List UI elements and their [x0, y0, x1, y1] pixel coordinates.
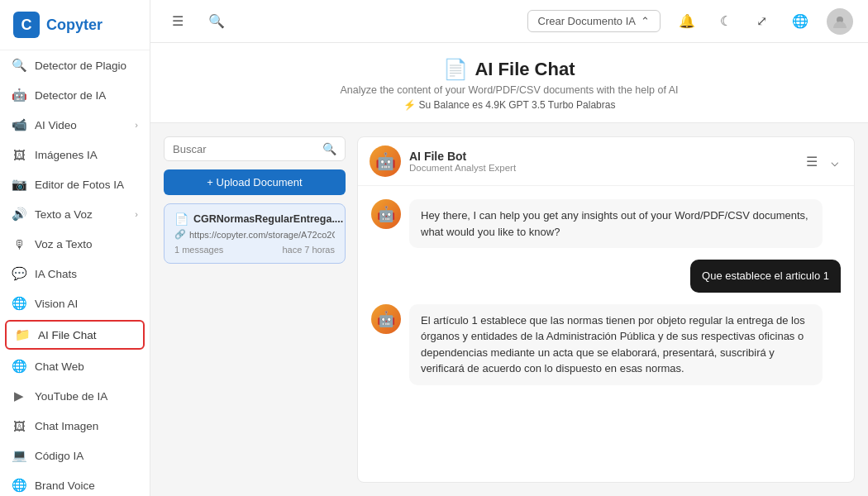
sidebar-icon-brand-voice: 🌐: [12, 478, 26, 493]
logo-area[interactable]: C Copyter: [0, 0, 150, 50]
sidebar-item-texto-a-voz[interactable]: 🔊 Texto a Voz ›: [0, 199, 150, 229]
sidebar-item-editor-fotos[interactable]: 📷 Editor de Fotos IA: [0, 169, 150, 199]
sidebar-label-vision-ai: Vision AI: [35, 298, 78, 310]
sidebar-label-ai-file-chat: AI File Chat: [38, 329, 97, 341]
sidebar-item-ia-chats[interactable]: 💬 IA Chats: [0, 259, 150, 289]
sidebar-item-chat-web[interactable]: 🌐 Chat Web: [0, 351, 150, 381]
page-title-icon: 📄: [443, 58, 468, 81]
sidebar-item-codigo-ia[interactable]: 💻 Código IA: [0, 441, 150, 470]
sidebar-icon-vision-ai: 🌐: [12, 296, 26, 311]
sidebar-label-youtube-ia: YouTube de IA: [35, 390, 107, 403]
crear-doc-label: Crear Documento IA: [538, 15, 637, 27]
menu-button[interactable]: ☰: [165, 10, 190, 32]
messages-count: 1 messages: [174, 245, 223, 255]
crear-documento-button[interactable]: Crear Documento IA ⌃: [527, 10, 661, 32]
upload-document-button[interactable]: + Upload Document: [164, 169, 346, 195]
search-icon: 🔍: [322, 142, 336, 155]
chevron-down-icon: ⌃: [641, 15, 650, 27]
sidebar-icon-ai-file-chat: 📁: [15, 327, 30, 342]
sidebar-label-ia-chats: IA Chats: [35, 268, 77, 280]
sidebar-icon-voz-a-texto: 🎙: [12, 236, 26, 251]
chat-options-button[interactable]: ⌵: [827, 150, 842, 173]
sidebar-icon-youtube-ia: ▶: [12, 389, 26, 403]
page-title-row: 📄 AI File Chat: [150, 58, 868, 81]
chat-messages: 🤖 Hey there, I can help you get any insi…: [358, 186, 854, 482]
chevron-icon: ›: [135, 209, 138, 219]
language-button[interactable]: 🌐: [785, 10, 815, 32]
sidebar-icon-detector-plagio: 🔍: [12, 58, 26, 73]
chat-header-actions: ☰ ⌵: [803, 150, 842, 173]
sidebar-label-editor-fotos: Editor de Fotos IA: [35, 179, 124, 191]
sidebar-label-detector-plagio: Detector de Plagio: [35, 60, 126, 72]
sidebar-item-voz-a-texto[interactable]: 🎙 Voz a Texto: [0, 229, 150, 259]
sidebar-label-voz-a-texto: Voz a Texto: [35, 238, 93, 250]
message-row-bot-msg-1: 🤖 Hey there, I can help you get any insi…: [371, 199, 841, 248]
doc-name: CGRNormasRegularEntrega....: [193, 213, 343, 225]
doc-title-row: 📄 CGRNormasRegularEntrega....: [174, 212, 335, 226]
search-input[interactable]: [173, 143, 317, 155]
bot-description: Document Analyst Expert: [409, 163, 794, 173]
document-card[interactable]: 📄 CGRNormasRegularEntrega.... 🔗 https://…: [164, 203, 346, 264]
sidebar: C Copyter 🔍 Detector de Plagio 🤖 Detecto…: [0, 0, 150, 496]
notifications-button[interactable]: 🔔: [672, 10, 702, 32]
sidebar-label-chat-imagen: Chat Imagen: [35, 420, 98, 432]
left-panel: 🔍 + Upload Document 📄 CGRNormasRegularEn…: [164, 136, 346, 483]
chat-header: 🤖 AI File Bot Document Analyst Expert ☰ …: [358, 137, 854, 186]
user-message-bubble: Que establece el articulo 1: [690, 260, 841, 293]
sidebar-item-chat-imagen[interactable]: 🖼 Chat Imagen: [0, 411, 150, 441]
page-header: 📄 AI File Chat Analyze the content of yo…: [150, 43, 868, 123]
time-ago: hace 7 horas: [282, 245, 335, 255]
sidebar-label-imagenes-ia: Imágenes IA: [35, 149, 98, 161]
bot-msg-avatar: 🤖: [371, 199, 401, 229]
sidebar-nav: 🔍 Detector de Plagio 🤖 Detector de IA 📹 …: [0, 50, 150, 496]
upload-label: + Upload Document: [207, 176, 302, 188]
search-button[interactable]: 🔍: [202, 10, 231, 32]
sidebar-icon-imagenes-ia: 🖼: [12, 147, 26, 162]
doc-url: 🔗 https://copyter.com/storage/A72co2OejW…: [174, 229, 335, 240]
expand-button[interactable]: ⤢: [750, 10, 774, 32]
sidebar-icon-ai-video: 📹: [12, 117, 26, 132]
sidebar-icon-texto-a-voz: 🔊: [12, 207, 26, 222]
top-navigation: ☰ 🔍 Crear Documento IA ⌃ 🔔 ☾ ⤢ 🌐: [150, 0, 868, 43]
sidebar-icon-ia-chats: 💬: [12, 266, 26, 281]
sidebar-item-youtube-ia[interactable]: ▶ YouTube de IA: [0, 381, 150, 411]
message-row-user-msg-1: Que establece el articulo 1: [371, 260, 841, 293]
chat-panel: 🤖 AI File Bot Document Analyst Expert ☰ …: [357, 136, 855, 483]
sidebar-icon-chat-web: 🌐: [12, 359, 26, 374]
bolt-icon: ⚡: [403, 99, 416, 111]
logo-icon: C: [13, 12, 40, 38]
sidebar-item-imagenes-ia[interactable]: 🖼 Imágenes IA: [0, 140, 150, 169]
bot-message-bubble: El artículo 1 establece que las normas t…: [409, 304, 823, 385]
search-bar: 🔍: [164, 136, 346, 161]
sidebar-icon-detector-ia: 🤖: [12, 88, 26, 103]
sidebar-item-ai-file-chat[interactable]: 📁 AI File Chat: [5, 320, 145, 350]
sidebar-item-detector-ia[interactable]: 🤖 Detector de IA: [0, 80, 150, 110]
balance-text: Su Balance es 4.9K GPT 3.5 Turbo Palabra…: [419, 99, 616, 111]
sidebar-item-brand-voice[interactable]: 🌐 Brand Voice: [0, 470, 150, 496]
sidebar-label-ai-video: AI Video: [35, 119, 77, 131]
page-title: AI File Chat: [475, 59, 575, 80]
sidebar-icon-editor-fotos: 📷: [12, 177, 26, 192]
content-area: 🔍 + Upload Document 📄 CGRNormasRegularEn…: [150, 123, 868, 496]
doc-meta: 1 messages hace 7 horas: [174, 245, 335, 255]
avatar[interactable]: [827, 8, 853, 35]
bot-name: AI File Bot: [409, 150, 794, 163]
sidebar-label-texto-a-voz: Texto a Voz: [35, 208, 93, 221]
sidebar-item-ai-video[interactable]: 📹 AI Video ›: [0, 110, 150, 140]
chat-menu-button[interactable]: ☰: [803, 150, 821, 173]
sidebar-item-vision-ai[interactable]: 🌐 Vision AI: [0, 289, 150, 318]
dark-mode-button[interactable]: ☾: [713, 10, 738, 32]
sidebar-label-codigo-ia: Código IA: [35, 450, 83, 462]
sidebar-label-brand-voice: Brand Voice: [35, 479, 95, 492]
sidebar-icon-codigo-ia: 💻: [12, 448, 26, 463]
sidebar-label-chat-web: Chat Web: [35, 360, 84, 373]
page-subtitle: Analyze the content of your Word/PDF/CSV…: [150, 84, 868, 96]
pdf-icon: 📄: [174, 212, 188, 226]
message-row-bot-msg-2: 🤖 El artículo 1 establece que las normas…: [371, 304, 841, 385]
chevron-icon: ›: [135, 120, 138, 130]
bot-avatar: 🤖: [370, 145, 401, 177]
sidebar-item-detector-plagio[interactable]: 🔍 Detector de Plagio: [0, 50, 150, 80]
logo-text: Copyter: [46, 17, 103, 34]
main-content: 📄 AI File Chat Analyze the content of yo…: [150, 43, 868, 496]
bot-info: AI File Bot Document Analyst Expert: [409, 150, 794, 173]
